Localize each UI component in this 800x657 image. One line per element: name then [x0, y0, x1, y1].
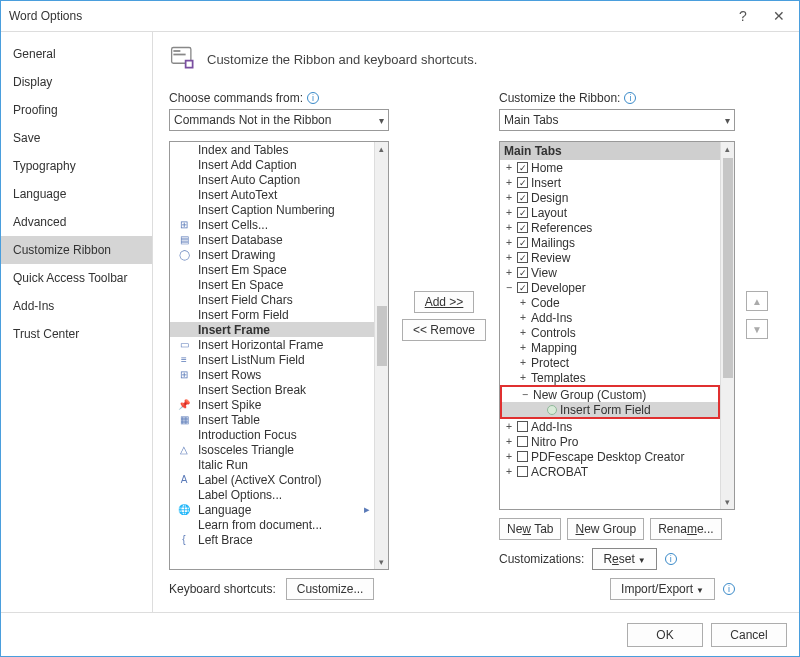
customize-keyboard-button[interactable]: Customize...: [286, 578, 375, 600]
sidebar-item-advanced[interactable]: Advanced: [1, 208, 152, 236]
expand-icon[interactable]: +: [504, 451, 514, 462]
scrollbar[interactable]: ▴ ▾: [720, 142, 734, 509]
command-item[interactable]: Label Options...: [170, 487, 374, 502]
sidebar-item-save[interactable]: Save: [1, 124, 152, 152]
sidebar-item-display[interactable]: Display: [1, 68, 152, 96]
expand-icon[interactable]: +: [518, 372, 528, 383]
checkbox[interactable]: [517, 466, 528, 477]
ribbon-tree[interactable]: Main Tabs+✓Home+✓Insert+✓Design+✓Layout+…: [499, 141, 735, 510]
tree-item[interactable]: +✓References: [500, 220, 720, 235]
checkbox[interactable]: [517, 436, 528, 447]
info-icon[interactable]: i: [624, 92, 636, 104]
checkbox[interactable]: ✓: [517, 267, 528, 278]
tree-item[interactable]: +Mapping: [500, 340, 720, 355]
expand-icon[interactable]: +: [504, 162, 514, 173]
expand-icon[interactable]: +: [518, 342, 528, 353]
checkbox[interactable]: [517, 421, 528, 432]
checkbox[interactable]: ✓: [517, 192, 528, 203]
cancel-button[interactable]: Cancel: [711, 623, 787, 647]
checkbox[interactable]: ✓: [517, 162, 528, 173]
sidebar-item-addins[interactable]: Add-Ins: [1, 292, 152, 320]
tree-item[interactable]: +Controls: [500, 325, 720, 340]
command-item[interactable]: 📌Insert Spike: [170, 397, 374, 412]
expand-icon[interactable]: +: [504, 192, 514, 203]
checkbox[interactable]: ✓: [517, 282, 528, 293]
tree-item[interactable]: +✓Review: [500, 250, 720, 265]
expand-icon[interactable]: +: [518, 357, 528, 368]
add-button[interactable]: Add >>: [414, 291, 475, 313]
sidebar-item-customize-ribbon[interactable]: Customize Ribbon: [1, 236, 152, 264]
command-item[interactable]: ▦Insert Table: [170, 412, 374, 427]
command-item[interactable]: ≡Insert ListNum Field: [170, 352, 374, 367]
command-item[interactable]: ALabel (ActiveX Control): [170, 472, 374, 487]
info-icon[interactable]: i: [665, 553, 677, 565]
command-item[interactable]: ▭Insert Horizontal Frame: [170, 337, 374, 352]
tree-item[interactable]: −✓Developer: [500, 280, 720, 295]
tree-item[interactable]: +ACROBAT: [500, 464, 720, 479]
command-item[interactable]: △Isosceles Triangle: [170, 442, 374, 457]
new-tab-button[interactable]: New Tab: [499, 518, 561, 540]
sidebar-item-proofing[interactable]: Proofing: [1, 96, 152, 124]
command-item[interactable]: ⊞Insert Rows: [170, 367, 374, 382]
sidebar-item-trust-center[interactable]: Trust Center: [1, 320, 152, 348]
command-item[interactable]: Insert Section Break: [170, 382, 374, 397]
collapse-icon[interactable]: −: [504, 282, 514, 293]
expand-icon[interactable]: +: [504, 466, 514, 477]
tree-item[interactable]: +✓Mailings: [500, 235, 720, 250]
command-item[interactable]: Insert AutoText: [170, 187, 374, 202]
command-item[interactable]: Insert Caption Numbering: [170, 202, 374, 217]
checkbox[interactable]: ✓: [517, 252, 528, 263]
ok-button[interactable]: OK: [627, 623, 703, 647]
info-icon[interactable]: i: [307, 92, 319, 104]
tree-item[interactable]: Insert Form Field: [502, 402, 718, 417]
sidebar-item-general[interactable]: General: [1, 40, 152, 68]
help-button[interactable]: ?: [735, 8, 751, 24]
command-item[interactable]: Insert Auto Caption: [170, 172, 374, 187]
scroll-down-icon[interactable]: ▾: [721, 495, 734, 509]
checkbox[interactable]: [517, 451, 528, 462]
checkbox[interactable]: ✓: [517, 207, 528, 218]
tree-item[interactable]: +Code: [500, 295, 720, 310]
command-item[interactable]: {Left Brace: [170, 532, 374, 547]
commands-listbox[interactable]: Index and TablesInsert Add CaptionInsert…: [169, 141, 389, 570]
command-item[interactable]: Insert Add Caption: [170, 157, 374, 172]
command-item[interactable]: Italic Run: [170, 457, 374, 472]
expand-icon[interactable]: +: [504, 436, 514, 447]
close-button[interactable]: ✕: [771, 8, 787, 24]
command-item[interactable]: Insert Frame: [170, 322, 374, 337]
command-item[interactable]: Introduction Focus: [170, 427, 374, 442]
collapse-icon[interactable]: −: [520, 389, 530, 400]
scroll-up-icon[interactable]: ▴: [721, 142, 734, 156]
tree-item[interactable]: +Templates: [500, 370, 720, 385]
command-item[interactable]: Index and Tables: [170, 142, 374, 157]
tree-item[interactable]: +✓Insert: [500, 175, 720, 190]
tree-item[interactable]: +✓Home: [500, 160, 720, 175]
command-item[interactable]: ▤Insert Database: [170, 232, 374, 247]
command-item[interactable]: ⊞Insert Cells...: [170, 217, 374, 232]
scroll-up-icon[interactable]: ▴: [375, 142, 388, 156]
expand-icon[interactable]: +: [504, 421, 514, 432]
scroll-thumb[interactable]: [723, 158, 733, 378]
expand-icon[interactable]: +: [504, 207, 514, 218]
checkbox[interactable]: ✓: [517, 237, 528, 248]
command-item[interactable]: Insert Form Field: [170, 307, 374, 322]
tree-item[interactable]: +Nitro Pro: [500, 434, 720, 449]
sidebar-item-typography[interactable]: Typography: [1, 152, 152, 180]
command-item[interactable]: Insert En Space: [170, 277, 374, 292]
scroll-thumb[interactable]: [377, 306, 387, 366]
checkbox[interactable]: ✓: [517, 177, 528, 188]
expand-icon[interactable]: +: [504, 222, 514, 233]
tree-item[interactable]: +✓Layout: [500, 205, 720, 220]
scroll-down-icon[interactable]: ▾: [375, 555, 388, 569]
expand-icon[interactable]: +: [518, 327, 528, 338]
info-icon[interactable]: i: [723, 583, 735, 595]
tree-item[interactable]: +Protect: [500, 355, 720, 370]
sidebar-item-qat[interactable]: Quick Access Toolbar: [1, 264, 152, 292]
expand-icon[interactable]: +: [504, 252, 514, 263]
command-item[interactable]: ◯Insert Drawing: [170, 247, 374, 262]
reset-button[interactable]: Reset▼: [592, 548, 656, 570]
move-down-button[interactable]: ▼: [746, 319, 768, 339]
expand-icon[interactable]: +: [504, 177, 514, 188]
expand-icon[interactable]: +: [504, 237, 514, 248]
checkbox[interactable]: ✓: [517, 222, 528, 233]
